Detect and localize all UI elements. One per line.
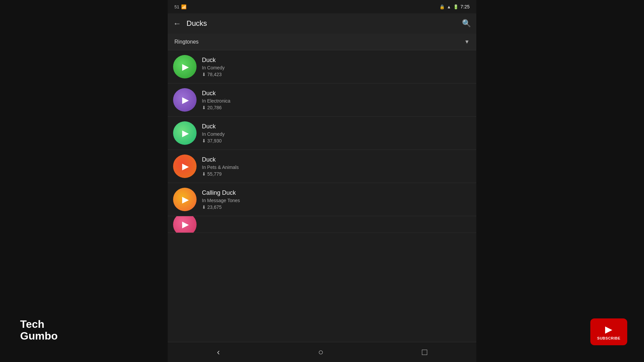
play-icon: ▶ — [182, 161, 189, 172]
ringtone-category-4: In Pets & Animals — [202, 165, 471, 170]
ringtone-info-3: Duck In Comedy ⬇ 37,930 — [202, 123, 471, 143]
play-button-3[interactable]: ▶ — [173, 121, 197, 145]
list-item[interactable]: ▶ Duck In Electronica ⬇ 20,786 — [168, 83, 476, 117]
play-icon: ▶ — [182, 95, 189, 105]
ringtone-category-1: In Comedy — [202, 65, 471, 70]
signal-strength: 51 — [174, 4, 179, 9]
ringtone-downloads-5: ⬇ 23,675 — [202, 204, 471, 210]
play-icon: ▶ — [182, 194, 189, 205]
right-background: ▶ SUBSCRIBE — [476, 0, 644, 362]
subscribe-label: SUBSCRIBE — [597, 336, 620, 340]
ringtone-info-4: Duck In Pets & Animals ⬇ 55,779 — [202, 156, 471, 177]
play-icon: ▶ — [182, 128, 189, 138]
list-item[interactable]: ▶ Duck In Comedy ⬇ 37,930 — [168, 117, 476, 150]
ringtone-name-1: Duck — [202, 57, 471, 64]
status-bar: 51 📶 🔒 ▲ 🔋 7:25 — [168, 0, 476, 13]
status-right: 🔒 ▲ 🔋 7:25 — [439, 4, 470, 9]
list-item[interactable]: ▶ Duck In Comedy ⬇ 78,423 — [168, 50, 476, 83]
play-button-2[interactable]: ▶ — [173, 88, 197, 112]
home-nav-button[interactable]: ○ — [318, 347, 324, 357]
app-header: ← Ducks 🔍 — [168, 13, 476, 34]
download-icon: ⬇ — [202, 204, 206, 210]
ringtone-downloads-2: ⬇ 20,786 — [202, 105, 471, 110]
status-left: 51 📶 — [174, 4, 186, 9]
ringtone-info-1: Duck In Comedy ⬇ 78,423 — [202, 57, 471, 77]
ringtone-downloads-3: ⬇ 37,930 — [202, 138, 471, 143]
search-button[interactable]: 🔍 — [462, 19, 471, 28]
page-title: Ducks — [186, 19, 457, 28]
ringtone-downloads-1: ⬇ 78,423 — [202, 72, 471, 77]
subscribe-button[interactable]: ▶ SUBSCRIBE — [590, 318, 627, 345]
ringtone-name-5: Calling Duck — [202, 189, 471, 196]
download-icon: ⬇ — [202, 138, 206, 143]
download-icon: ⬇ — [202, 105, 206, 110]
ringtone-category-3: In Comedy — [202, 131, 471, 137]
ringtone-name-3: Duck — [202, 123, 471, 130]
watermark-line2: Gumbo — [20, 330, 58, 342]
battery-icon: 🔋 — [453, 4, 459, 9]
play-button-4[interactable]: ▶ — [173, 155, 197, 178]
play-button-1[interactable]: ▶ — [173, 55, 197, 78]
list-item[interactable]: ▶ Calling Duck In Message Tones ⬇ 23,675 — [168, 183, 476, 216]
recent-nav-button[interactable]: □ — [422, 347, 427, 357]
category-label: Ringtones — [174, 39, 199, 45]
ringtone-list: ▶ Duck In Comedy ⬇ 78,423 ▶ Duck In Elec… — [168, 50, 476, 342]
ringtone-category-5: In Message Tones — [202, 198, 471, 203]
phone-screen: 51 📶 🔒 ▲ 🔋 7:25 ← Ducks 🔍 Ringtones ▼ ▶ … — [168, 0, 476, 362]
play-icon: ▶ — [182, 62, 189, 72]
back-nav-button[interactable]: ‹ — [217, 347, 220, 357]
play-button-6[interactable]: ▶ — [173, 216, 197, 233]
ringtone-name-2: Duck — [202, 90, 471, 97]
download-icon: ⬇ — [202, 72, 206, 77]
category-dropdown[interactable]: Ringtones ▼ — [168, 34, 476, 50]
youtube-icon: ▶ — [605, 324, 612, 335]
status-time: 7:25 — [461, 4, 470, 9]
play-button-5[interactable]: ▶ — [173, 188, 197, 211]
wifi-icon: 🔒 — [439, 4, 445, 9]
left-background: Tech Gumbo — [0, 0, 168, 362]
play-icon: ▶ — [182, 219, 189, 230]
chevron-down-icon: ▼ — [464, 39, 470, 45]
ringtone-downloads-4: ⬇ 55,779 — [202, 171, 471, 177]
signal-bars: ▲ — [447, 4, 451, 9]
bottom-nav: ‹ ○ □ — [168, 342, 476, 362]
download-icon: ⬇ — [202, 171, 206, 177]
list-item[interactable]: ▶ Duck In Pets & Animals ⬇ 55,779 — [168, 150, 476, 183]
watermark-line1: Tech — [20, 318, 58, 330]
ringtone-name-4: Duck — [202, 156, 471, 163]
ringtone-info-2: Duck In Electronica ⬇ 20,786 — [202, 90, 471, 110]
ringtone-category-2: In Electronica — [202, 98, 471, 104]
back-button[interactable]: ← — [173, 19, 181, 28]
ringtone-info-5: Calling Duck In Message Tones ⬇ 23,675 — [202, 189, 471, 210]
sim-icon: 📶 — [181, 4, 186, 9]
list-item-partial[interactable]: ▶ — [168, 216, 476, 233]
watermark: Tech Gumbo — [20, 318, 58, 342]
